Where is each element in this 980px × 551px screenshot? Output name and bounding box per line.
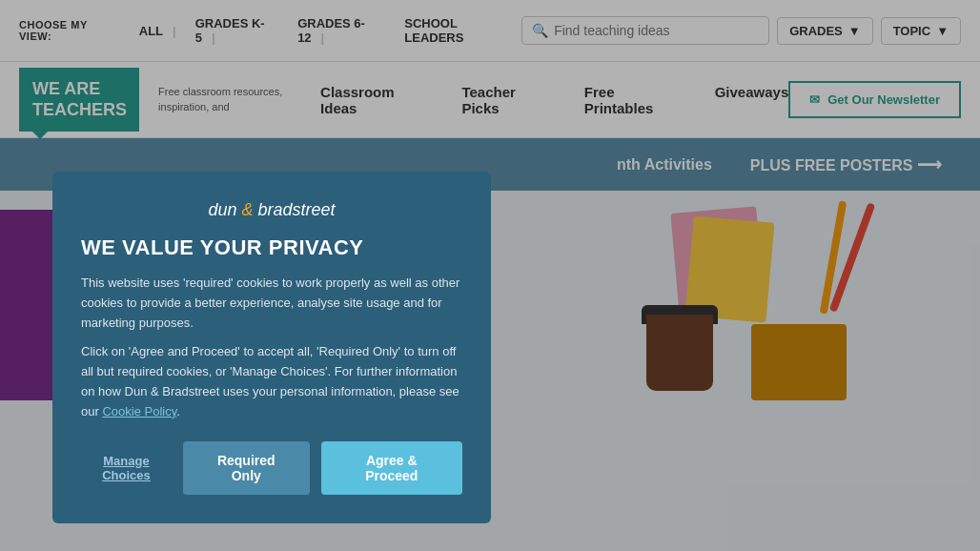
manage-choices-button[interactable]: Manage Choices (81, 454, 172, 482)
cookie-policy-text: Cookie Policy (102, 404, 176, 418)
brand-name-bradstreet: bradstreet (254, 200, 336, 219)
modal-brand-logo: dun & bradstreet (81, 200, 462, 220)
required-only-button[interactable]: Required Only (183, 441, 310, 495)
modal-title: WE VALUE YOUR PRIVACY (81, 235, 462, 260)
agree-proceed-button[interactable]: Agree & Proceed (321, 441, 462, 495)
privacy-modal: dun & bradstreet WE VALUE YOUR PRIVACY T… (52, 172, 491, 523)
cookie-policy-link[interactable]: Cookie Policy (102, 404, 176, 418)
modal-text-1: This website uses 'required' cookies to … (81, 274, 462, 333)
modal-buttons: Manage Choices Required Only Agree & Pro… (81, 441, 462, 495)
modal-text-2: Click on 'Agree and Proceed' to accept a… (81, 342, 462, 421)
brand-name-dun: dun (208, 200, 241, 219)
brand-ampersand: & (241, 200, 253, 219)
